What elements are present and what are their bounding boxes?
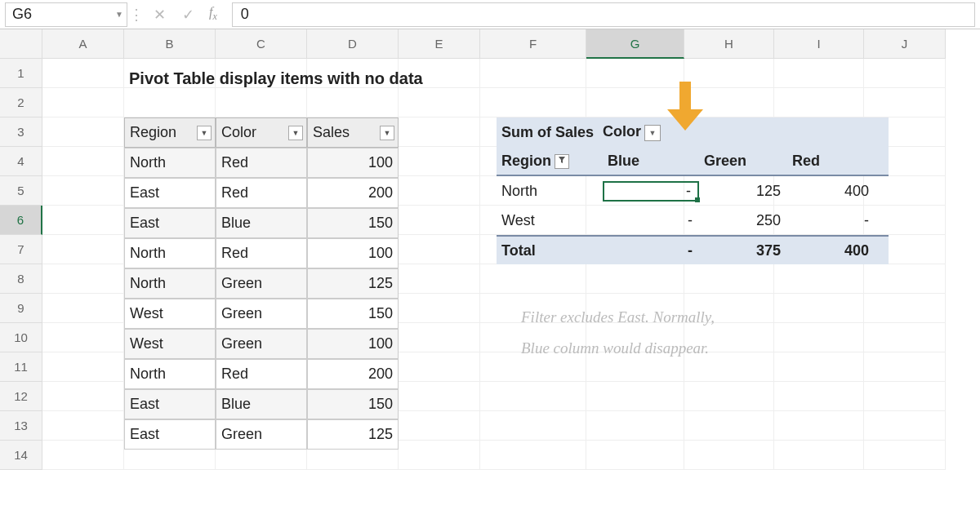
formula-bar: G6 ▼ ⋮ ✕ ✓ fx 0 <box>0 0 980 29</box>
filter-icon[interactable]: ▼ <box>380 126 394 140</box>
table-row: EastBlue150 <box>124 208 399 238</box>
col-header-F[interactable]: F <box>480 29 586 59</box>
table-cell[interactable]: North <box>124 268 216 299</box>
name-box[interactable]: G6 ▼ <box>5 2 127 27</box>
pivot-col-red: Red <box>787 153 875 170</box>
table-cell[interactable]: 100 <box>307 148 399 178</box>
pivot-total-row: Total - 375 400 <box>497 235 889 264</box>
table-cell[interactable]: Red <box>216 178 307 208</box>
table-cell[interactable]: East <box>124 389 216 419</box>
row-header-3[interactable]: 3 <box>0 117 42 147</box>
src-header-region[interactable]: Region▼ <box>124 117 216 148</box>
table-cell[interactable]: 200 <box>307 178 399 208</box>
table-row: EastBlue150 <box>124 389 399 419</box>
table-cell[interactable]: Green <box>216 299 307 329</box>
formula-value: 0 <box>241 6 249 23</box>
table-cell[interactable]: West <box>124 329 216 359</box>
table-row: NorthGreen125 <box>124 268 399 299</box>
col-header-H[interactable]: H <box>684 29 774 59</box>
table-row: NorthRed100 <box>124 238 399 268</box>
row-header-14[interactable]: 14 <box>0 441 42 470</box>
pivot-rowfield: Region <box>497 153 603 170</box>
arrow-icon <box>667 82 703 132</box>
table-cell[interactable]: West <box>124 299 216 329</box>
col-header-D[interactable]: D <box>307 29 399 59</box>
confirm-icon[interactable]: ✓ <box>174 6 203 24</box>
pivot-col-green: Green <box>699 153 787 170</box>
row-header-2[interactable]: 2 <box>0 88 42 117</box>
fx-icon[interactable]: fx <box>203 5 224 23</box>
formula-input[interactable]: 0 <box>232 2 975 27</box>
table-cell[interactable]: East <box>124 208 216 238</box>
table-row: WestGreen100 <box>124 329 399 359</box>
row-header-4[interactable]: 4 <box>0 147 42 176</box>
table-cell[interactable]: Red <box>216 238 307 268</box>
row-header-6[interactable]: 6 <box>0 206 42 235</box>
table-cell[interactable]: Green <box>216 419 307 450</box>
table-row: EastRed200 <box>124 178 399 208</box>
pivot-values-label: Sum of Sales <box>497 124 603 141</box>
table-cell[interactable]: 125 <box>307 268 399 299</box>
table-cell[interactable]: East <box>124 178 216 208</box>
table-cell[interactable]: 125 <box>307 419 399 450</box>
col-header-A[interactable]: A <box>42 29 124 59</box>
table-row: WestGreen150 <box>124 299 399 329</box>
table-row: NorthRed100 <box>124 148 399 178</box>
dropdown-icon[interactable]: ▼ <box>644 125 661 141</box>
table-cell[interactable]: Green <box>216 329 307 359</box>
table-cell[interactable]: 150 <box>307 389 399 419</box>
row-header-9[interactable]: 9 <box>0 294 42 323</box>
filter-icon[interactable]: ▼ <box>288 126 303 140</box>
table-cell[interactable]: 100 <box>307 329 399 359</box>
table-cell[interactable]: Red <box>216 359 307 389</box>
selected-cell[interactable]: - <box>603 181 699 202</box>
col-header-C[interactable]: C <box>216 29 307 59</box>
annotation-line1: Filter excludes East. Normally, <box>521 305 715 330</box>
src-header-sales[interactable]: Sales▼ <box>307 117 399 148</box>
row-header-1[interactable]: 1 <box>0 59 42 88</box>
pivot-col-blue: Blue <box>603 153 699 170</box>
pivot-row-north: North - 125 400 <box>497 176 889 206</box>
table-cell[interactable]: Blue <box>216 389 307 419</box>
row-header-10[interactable]: 10 <box>0 323 42 352</box>
col-header-G[interactable]: G <box>586 29 684 59</box>
src-header-color[interactable]: Color▼ <box>216 117 307 148</box>
col-header-E[interactable]: E <box>399 29 480 59</box>
row-header-12[interactable]: 12 <box>0 382 42 411</box>
row-header-7[interactable]: 7 <box>0 235 42 264</box>
annotation-line2: Blue column would disappear. <box>521 336 709 361</box>
table-cell[interactable]: 150 <box>307 208 399 238</box>
table-cell[interactable]: 200 <box>307 359 399 389</box>
pivot-row-west: West - 250 - <box>497 206 889 235</box>
cancel-icon[interactable]: ✕ <box>145 6 174 24</box>
filter-icon[interactable]: ▼ <box>197 126 212 140</box>
table-cell[interactable]: 150 <box>307 299 399 329</box>
row-header-5[interactable]: 5 <box>0 176 42 206</box>
row-header-11[interactable]: 11 <box>0 352 42 382</box>
name-box-value: G6 <box>12 6 32 23</box>
table-row: NorthRed200 <box>124 359 399 389</box>
col-header-B[interactable]: B <box>124 29 216 59</box>
separator: ⋮ <box>127 6 145 24</box>
src-body: NorthRed100EastRed200EastBlue150NorthRed… <box>124 148 399 450</box>
row-header-13[interactable]: 13 <box>0 411 42 441</box>
source-table: Region▼ Color▼ Sales▼ NorthRed100EastRed… <box>124 117 399 450</box>
table-cell[interactable]: 100 <box>307 238 399 268</box>
page-title: Pivot Table display items with no data <box>129 64 423 93</box>
dropdown-icon[interactable]: ▼ <box>115 10 123 19</box>
table-cell[interactable]: North <box>124 359 216 389</box>
col-header-I[interactable]: I <box>774 29 864 59</box>
col-header-J[interactable]: J <box>864 29 946 59</box>
table-cell[interactable]: North <box>124 148 216 178</box>
table-cell[interactable]: Blue <box>216 208 307 238</box>
table-cell[interactable]: Green <box>216 268 307 299</box>
table-cell[interactable]: Red <box>216 148 307 178</box>
table-cell[interactable]: North <box>124 238 216 268</box>
row-header-8[interactable]: 8 <box>0 264 42 294</box>
table-cell[interactable]: East <box>124 419 216 450</box>
table-row: EastGreen125 <box>124 419 399 450</box>
pivot-table: Sum of Sales Color▼ Region Blue Green Re… <box>497 117 889 264</box>
pivot-header-row2: Region Blue Green Red <box>497 147 889 176</box>
funnel-filter-icon[interactable] <box>555 154 569 169</box>
